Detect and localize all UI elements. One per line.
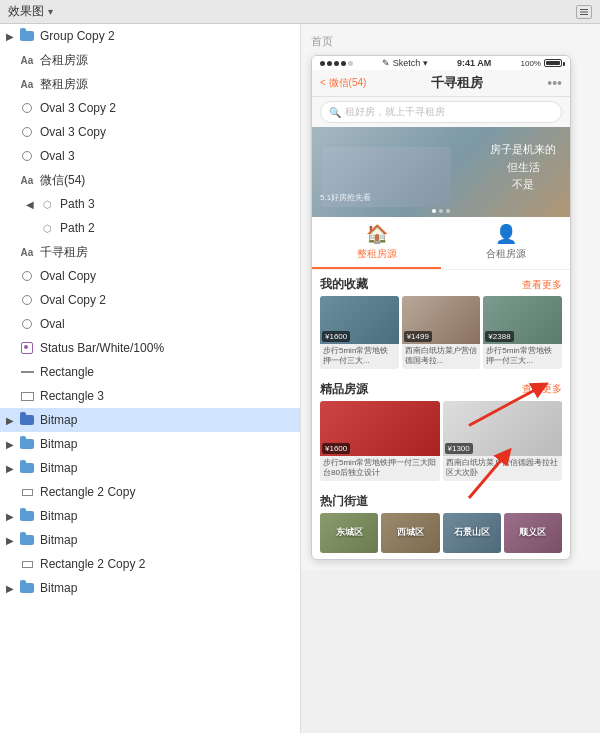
layer-item-aa-wechat[interactable]: Aa微信(54)	[0, 168, 300, 192]
my-collection-header: 我的收藏 查看更多	[312, 270, 570, 296]
layer-icon-folder	[19, 438, 35, 450]
layer-item-bitmap4[interactable]: ▶Bitmap	[0, 504, 300, 528]
layer-item-rectangle[interactable]: Rectangle	[0, 360, 300, 384]
layer-label: Bitmap	[40, 509, 294, 523]
layer-item-path3[interactable]: ◀⬡Path 3	[0, 192, 300, 216]
collection-card-3[interactable]: ¥2388 步行5min常营地铁押一付三大...	[483, 296, 562, 369]
layer-item-rect2copy2[interactable]: Rectangle 2 Copy 2	[0, 552, 300, 576]
street-2[interactable]: 西城区	[381, 513, 439, 553]
featured-price-1: ¥1600	[322, 443, 350, 454]
layer-label: 千寻租房	[40, 244, 294, 261]
cat-zhengzu[interactable]: 🏠 整租房源	[312, 223, 441, 269]
dot-2	[327, 61, 332, 66]
nav-more[interactable]: •••	[547, 75, 562, 91]
card-desc-3: 步行5min常营地铁押一付三大...	[483, 344, 562, 369]
phone-mockup: ✎ Sketch ▾ 9:41 AM 100% < 微信(54) 千寻租房 ••…	[311, 55, 571, 560]
layer-label: Rectangle	[40, 365, 294, 379]
layer-item-oval3copy[interactable]: Oval 3 Copy	[0, 120, 300, 144]
layer-item-oval-copy[interactable]: Oval Copy	[0, 264, 300, 288]
card-price-2: ¥1499	[404, 331, 432, 342]
layer-icon-rect-small	[19, 558, 35, 570]
layer-item-aa-zhengzu[interactable]: Aa整租房源	[0, 72, 300, 96]
layer-label: 微信(54)	[40, 172, 294, 189]
signal-dots	[320, 61, 353, 66]
dot-5	[348, 61, 353, 66]
layer-icon-rect-small	[19, 486, 35, 498]
layer-label: Oval	[40, 317, 294, 331]
hero-dot-2	[439, 209, 443, 213]
search-icon: 🔍	[329, 107, 341, 118]
featured-title: 精品房源	[320, 381, 368, 398]
street-3[interactable]: 石景山区	[443, 513, 501, 553]
hero-line2: 但生活	[490, 159, 556, 177]
panel-arrow[interactable]: ▾	[48, 6, 53, 17]
layer-label: Bitmap	[40, 533, 294, 547]
layer-label: Path 3	[60, 197, 294, 211]
featured-more[interactable]: 查看更多	[522, 382, 562, 396]
layer-item-aa-qianxun[interactable]: Aa千寻租房	[0, 240, 300, 264]
layer-icon-text: Aa	[19, 174, 35, 186]
layer-item-oval3[interactable]: Oval 3	[0, 144, 300, 168]
collection-title: 我的收藏	[320, 276, 368, 293]
layer-arrow[interactable]: ▶	[6, 439, 16, 450]
featured-card-2[interactable]: ¥1300 西南白纸坊菜户营信德园考拉社区大次卧	[443, 401, 563, 481]
collection-card-1[interactable]: ¥1600 步行5min常营地铁押一付三大...	[320, 296, 399, 369]
layer-icon-circle	[19, 318, 35, 330]
canvas-area: 首页 ✎ Sketch ▾ 9:41 AM 100%	[301, 24, 600, 733]
street-4[interactable]: 顺义区	[504, 513, 562, 553]
layer-item-bitmap6[interactable]: ▶Bitmap	[0, 576, 300, 600]
battery-percent: 100%	[521, 59, 541, 68]
layer-item-bitmap3[interactable]: ▶Bitmap	[0, 456, 300, 480]
layer-label: 合租房源	[40, 52, 294, 69]
top-bar: 效果图 ▾	[0, 0, 600, 24]
search-bar[interactable]: 🔍 租好房，就上千寻租房	[320, 101, 562, 123]
layer-icon-circle	[19, 294, 35, 306]
layer-item-oval-copy2[interactable]: Oval Copy 2	[0, 288, 300, 312]
streets-header: 热门街道	[312, 487, 570, 513]
layer-item-bitmap5[interactable]: ▶Bitmap	[0, 528, 300, 552]
layer-arrow[interactable]: ▶	[6, 511, 16, 522]
collection-more[interactable]: 查看更多	[522, 278, 562, 292]
dot-1	[320, 61, 325, 66]
layer-item-oval[interactable]: Oval	[0, 312, 300, 336]
layer-item-path2[interactable]: ⬡Path 2	[0, 216, 300, 240]
layer-arrow[interactable]: ▶	[6, 583, 16, 594]
layer-item-bitmap1[interactable]: ▶Bitmap	[0, 408, 300, 432]
layer-item-group-copy-2[interactable]: ▶Group Copy 2	[0, 24, 300, 48]
cat-label-hezu: 合租房源	[486, 247, 526, 261]
layer-item-statusbar[interactable]: Status Bar/White/100%	[0, 336, 300, 360]
phone-status-bar: ✎ Sketch ▾ 9:41 AM 100%	[312, 56, 570, 70]
layer-item-aa-hezu[interactable]: Aa合租房源	[0, 48, 300, 72]
cat-icon-hezu: 👤	[495, 223, 517, 245]
sketch-label: ✎ Sketch ▾	[382, 58, 428, 68]
nav-back[interactable]: < 微信(54)	[320, 76, 366, 90]
hero-sub: 5.1好房抢先看	[320, 192, 371, 203]
collection-card-2[interactable]: ¥1499 西南白纸坊菜户营信德国考拉...	[402, 296, 481, 369]
layer-item-rect2copy[interactable]: Rectangle 2 Copy	[0, 480, 300, 504]
main-layout: ▶Group Copy 2 Aa合租房源 Aa整租房源 Oval 3 Copy …	[0, 24, 600, 733]
layer-item-rectangle3[interactable]: Rectangle 3	[0, 384, 300, 408]
layer-arrow[interactable]: ▶	[6, 415, 16, 426]
featured-card-1[interactable]: ¥1600 步行5min常营地铁押一付三大阳台80后独立设计	[320, 401, 440, 481]
panel-title: 效果图	[8, 3, 44, 20]
cat-hezu[interactable]: 👤 合租房源	[441, 223, 570, 269]
battery-area: 100%	[521, 59, 562, 68]
layer-arrow[interactable]: ▶	[6, 31, 16, 42]
layer-icon-folder	[19, 30, 35, 42]
layer-arrow[interactable]: ▶	[6, 463, 16, 474]
layer-arrow[interactable]: ▶	[6, 535, 16, 546]
layer-label: Oval 3 Copy	[40, 125, 294, 139]
cat-label-zhengzu: 整租房源	[357, 247, 397, 261]
layer-arrow[interactable]: ◀	[26, 199, 36, 210]
card-img-1: ¥1600	[320, 296, 399, 344]
featured-cards: ¥1600 步行5min常营地铁押一付三大阳台80后独立设计 ¥1300 西南白…	[312, 401, 570, 487]
layer-icon-circle	[19, 126, 35, 138]
layer-label: Bitmap	[40, 437, 294, 451]
panel-options-button[interactable]	[576, 5, 592, 19]
street-name-1: 东城区	[336, 526, 363, 539]
layer-icon-path: ⬡	[39, 222, 55, 234]
svg-rect-0	[580, 9, 588, 10]
layer-item-bitmap2[interactable]: ▶Bitmap	[0, 432, 300, 456]
street-1[interactable]: 东城区	[320, 513, 378, 553]
layer-item-oval3copy2[interactable]: Oval 3 Copy 2	[0, 96, 300, 120]
